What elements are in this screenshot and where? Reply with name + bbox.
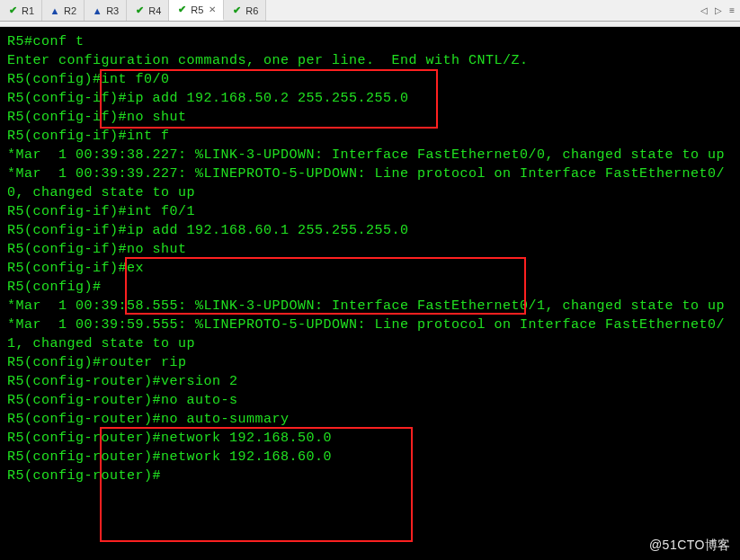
tab-label: R2 — [64, 5, 76, 16]
tab-r1[interactable]: ✔ R1 — [0, 0, 42, 21]
tab-nav-controls: ◁ ▷ ≡ — [699, 5, 736, 15]
check-icon: ✔ — [231, 5, 242, 16]
tab-r6[interactable]: ✔ R6 — [224, 0, 266, 21]
tab-label: R5 — [191, 4, 203, 15]
tab-label: R6 — [245, 5, 258, 16]
check-icon: ✔ — [7, 5, 18, 16]
check-icon: ✔ — [134, 5, 145, 16]
close-icon[interactable]: ✕ — [209, 4, 216, 14]
tab-next-button[interactable]: ▷ — [713, 5, 724, 15]
tab-menu-button[interactable]: ≡ — [727, 5, 736, 15]
tab-r4[interactable]: ✔ R4 — [127, 0, 169, 21]
tab-r3[interactable]: ▲ R3 — [85, 0, 127, 21]
warning-icon: ▲ — [49, 5, 60, 16]
tab-prev-button[interactable]: ◁ — [699, 5, 709, 15]
check-icon: ✔ — [176, 4, 187, 15]
warning-icon: ▲ — [92, 5, 103, 16]
tab-label: R4 — [148, 5, 161, 16]
tab-label: R3 — [106, 5, 119, 16]
tab-r5[interactable]: ✔ R5 ✕ — [169, 0, 224, 21]
tab-r2[interactable]: ▲ R2 — [42, 0, 85, 21]
tab-bar: ✔ R1 ▲ R2 ▲ R3 ✔ R4 ✔ R5 ✕ ✔ R6 ◁ ▷ ≡ — [0, 0, 740, 22]
terminal-output[interactable]: R5#conf t Enter configuration commands, … — [0, 27, 740, 560]
terminal-text: R5#conf t Enter configuration commands, … — [7, 32, 733, 485]
watermark: @51CTO博客 — [649, 536, 731, 555]
tab-label: R1 — [22, 5, 34, 16]
